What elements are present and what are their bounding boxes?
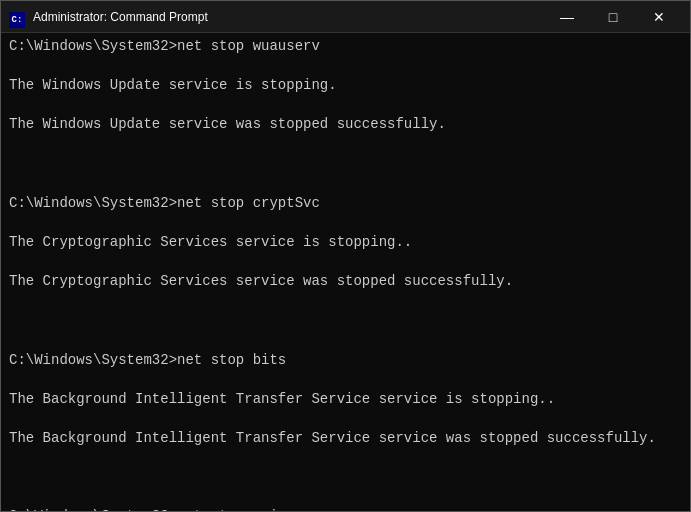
terminal-blank-line [9, 155, 682, 175]
terminal-output-line: The Windows Update service is stopping. [9, 76, 682, 96]
close-button[interactable]: ✕ [636, 1, 682, 33]
maximize-button[interactable]: □ [590, 1, 636, 33]
terminal-blank-line [9, 311, 682, 331]
window-title: Administrator: Command Prompt [33, 10, 544, 24]
terminal-blank-line [9, 488, 682, 508]
command-prompt-window: C: Administrator: Command Prompt — □ ✕ C… [0, 0, 691, 512]
terminal-command: C:\Windows\System32>net stop cryptSvc [9, 194, 682, 214]
minimize-button[interactable]: — [544, 1, 590, 33]
terminal-blank-line [9, 468, 682, 488]
terminal-output-line: The Background Intelligent Transfer Serv… [9, 429, 682, 449]
terminal-command: C:\Windows\System32>net stop bits [9, 351, 682, 371]
terminal-output-line: The Background Intelligent Transfer Serv… [9, 390, 682, 410]
window-icon: C: [9, 9, 25, 25]
window-controls: — □ ✕ [544, 1, 682, 33]
terminal-blank-line [9, 174, 682, 194]
terminal-output-line: The Cryptographic Services service is st… [9, 233, 682, 253]
terminal-command: C:\Windows\System32>net stop msiserver [9, 507, 682, 511]
terminal-body[interactable]: C:\Windows\System32>net stop wuauservThe… [1, 33, 690, 511]
terminal-output-line: The Windows Update service was stopped s… [9, 115, 682, 135]
terminal-output-line: The Cryptographic Services service was s… [9, 272, 682, 292]
terminal-command: C:\Windows\System32>net stop wuauserv [9, 37, 682, 57]
title-bar: C: Administrator: Command Prompt — □ ✕ [1, 1, 690, 33]
terminal-blank-line [9, 331, 682, 351]
